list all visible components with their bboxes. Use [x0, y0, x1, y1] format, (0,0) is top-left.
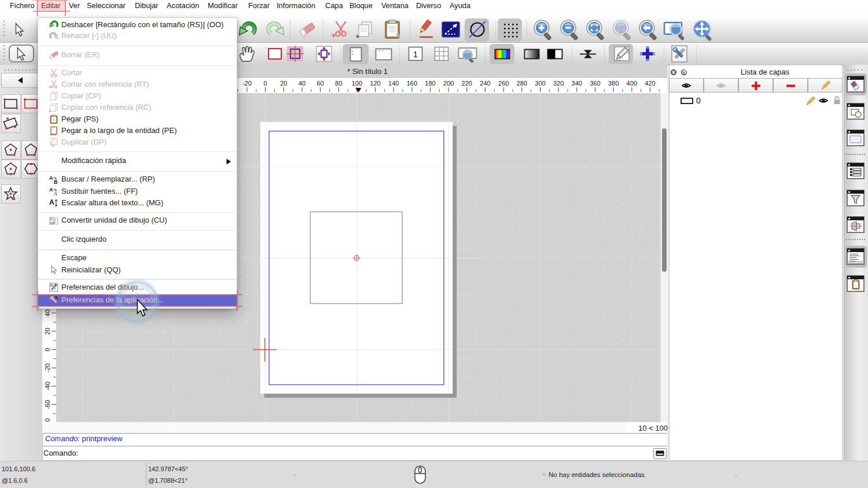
svg-text:380: 380 — [608, 80, 619, 87]
svg-text:280: 280 — [517, 80, 527, 87]
svg-text:60: 60 — [317, 80, 323, 87]
svg-text:A: A — [49, 175, 53, 181]
svg-text:160: 160 — [407, 80, 417, 87]
svg-text:260: 260 — [498, 80, 509, 87]
svg-text:1: 1 — [413, 49, 418, 59]
svg-text:340: 340 — [572, 80, 582, 87]
svg-text:300: 300 — [535, 80, 545, 87]
svg-text:80: 80 — [335, 80, 342, 87]
svg-text:140: 140 — [388, 80, 399, 87]
svg-text:20: 20 — [44, 327, 51, 334]
svg-text:220: 220 — [462, 80, 472, 87]
svg-text:A: A — [49, 198, 54, 206]
svg-text:0: 0 — [264, 80, 267, 87]
svg-text:360: 360 — [590, 80, 600, 87]
svg-text:320: 320 — [553, 80, 564, 87]
svg-text:A: A — [49, 187, 53, 193]
svg-text:-20: -20 — [44, 363, 51, 372]
svg-text:200: 200 — [443, 80, 454, 87]
svg-text:B: B — [54, 179, 58, 184]
svg-text:20: 20 — [280, 80, 287, 87]
svg-text:240: 240 — [480, 80, 490, 87]
svg-text:180: 180 — [425, 80, 435, 87]
svg-text:in: in — [50, 218, 53, 221]
svg-text:400: 400 — [627, 80, 637, 87]
svg-text:-40: -40 — [44, 381, 51, 390]
svg-text:40: 40 — [299, 80, 306, 87]
svg-text:0: 0 — [44, 347, 51, 351]
svg-text:mm: mm — [50, 221, 55, 224]
svg-text:-20: -20 — [242, 80, 252, 87]
svg-text:420: 420 — [645, 80, 655, 87]
svg-text:100: 100 — [352, 80, 362, 87]
svg-text:-60: -60 — [44, 400, 51, 409]
svg-text:A: A — [53, 191, 57, 196]
svg-text:120: 120 — [370, 80, 380, 87]
